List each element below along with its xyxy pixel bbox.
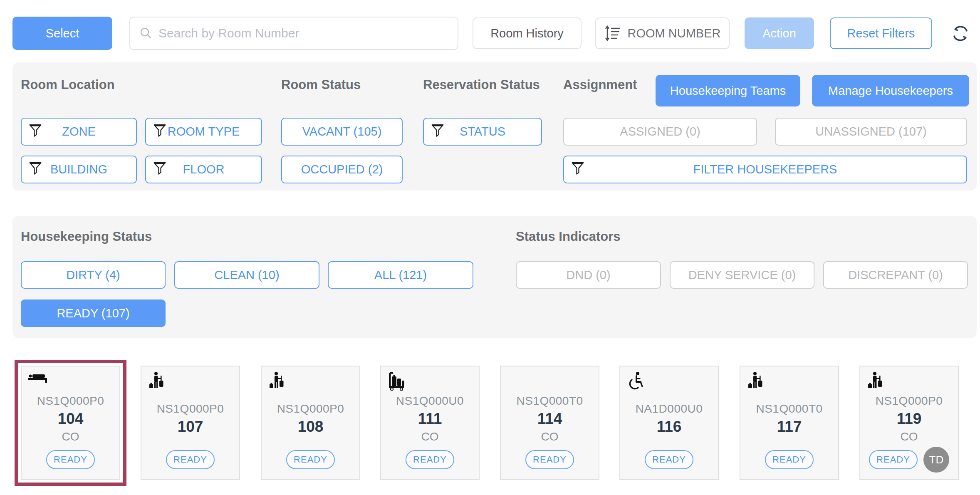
room-card[interactable]: NS1Q000U0 111 CO READY — [380, 366, 480, 480]
status-badge: READY — [166, 450, 215, 469]
status-badge: READY — [765, 450, 814, 469]
status-badge: READY — [869, 450, 918, 469]
search-box[interactable] — [129, 17, 458, 50]
room-number: 108 — [298, 418, 324, 436]
reservation-status-label: CO — [541, 430, 559, 443]
room-card[interactable]: NS1Q000T0 117 READY — [740, 366, 839, 480]
funnel-icon — [153, 161, 166, 178]
room-number: 111 — [418, 410, 442, 428]
dirty-filter-button[interactable]: DIRTY (4) — [21, 261, 166, 289]
room-type-code: NS1Q000U0 — [396, 394, 464, 408]
reservation-status-label: CO — [421, 430, 439, 443]
status-indicators-title: Status Indicators — [516, 229, 621, 244]
room-number: 119 — [897, 410, 922, 428]
room-type-code: NS1Q000T0 — [516, 394, 583, 408]
room-type-code: NA1D000U0 — [636, 402, 703, 416]
funnel-icon — [572, 161, 584, 178]
reservation-status-title: Reservation Status — [423, 77, 540, 92]
vacant-filter-label: VACANT (105) — [302, 125, 382, 139]
room-type-filter-button[interactable]: ROOM TYPE — [145, 118, 262, 146]
discrepant-filter-label: DISCREPANT (0) — [848, 268, 943, 282]
funnel-icon — [431, 123, 444, 141]
status-badge: READY — [286, 450, 335, 469]
room-location-title: Room Location — [21, 77, 115, 92]
housekeeping-teams-button[interactable]: Housekeeping Teams — [656, 75, 800, 106]
assigned-filter-label: ASSIGNED (0) — [620, 125, 700, 139]
status-badge: READY — [406, 450, 454, 469]
search-icon — [139, 27, 153, 40]
room-type-filter-label: ROOM TYPE — [168, 125, 240, 139]
ready-filter-label: READY (107) — [57, 307, 129, 320]
building-filter-label: BUILDING — [50, 163, 107, 176]
room-number: 114 — [537, 410, 562, 428]
room-number: 107 — [178, 418, 203, 436]
floor-filter-label: FLOOR — [183, 163, 225, 176]
room-card[interactable]: NS1Q000P0 119 CO READY TD — [859, 366, 959, 480]
deny-service-filter-label: DENY SERVICE (0) — [688, 268, 796, 282]
housekeeping-panel: Housekeeping Status Status Indicators DI… — [12, 216, 977, 338]
all-filter-button[interactable]: ALL (121) — [328, 261, 473, 289]
dnd-filter-button[interactable]: DND (0) — [516, 261, 661, 289]
deny-service-filter-button[interactable]: DENY SERVICE (0) — [670, 261, 814, 289]
filters-panel: Room Location Room Status Reservation St… — [12, 62, 977, 191]
vacant-filter-button[interactable]: VACANT (105) — [281, 118, 403, 146]
funnel-icon — [153, 123, 166, 141]
room-type-code: NS1Q000P0 — [876, 394, 943, 408]
sort-order-icon — [604, 25, 621, 42]
room-status-title: Room Status — [281, 77, 361, 92]
select-button[interactable]: Select — [12, 17, 112, 50]
reservation-status-label: CO — [901, 430, 918, 443]
filter-housekeepers-label: FILTER HOUSEKEEPERS — [693, 163, 837, 176]
funnel-icon — [29, 161, 42, 178]
zone-filter-label: ZONE — [62, 125, 96, 139]
occupied-filter-button[interactable]: OCCUPIED (2) — [281, 156, 403, 183]
room-number: 116 — [657, 418, 682, 436]
room-type-code: NS1Q000P0 — [37, 394, 104, 408]
all-filter-label: ALL (121) — [374, 268, 427, 282]
zone-filter-button[interactable]: ZONE — [21, 118, 137, 146]
room-history-button[interactable]: Room History — [473, 17, 582, 49]
room-card[interactable]: NA1D000U0 116 READY — [619, 366, 719, 480]
search-input[interactable] — [158, 26, 458, 40]
discrepant-filter-button[interactable]: DISCREPANT (0) — [823, 261, 968, 289]
sort-by-button[interactable]: ROOM NUMBER — [595, 17, 730, 49]
room-card[interactable]: NS1Q000P0 107 READY — [141, 366, 240, 480]
refresh-icon[interactable] — [949, 23, 972, 45]
housekeeper-avatar[interactable]: TD — [923, 447, 949, 473]
assignment-title: Assignment — [563, 77, 637, 92]
unassigned-filter-button[interactable]: UNASSIGNED (107) — [775, 118, 967, 146]
clean-filter-button[interactable]: CLEAN (10) — [174, 261, 319, 289]
sort-by-label: ROOM NUMBER — [628, 27, 721, 40]
occupied-filter-label: OCCUPIED (2) — [301, 163, 383, 176]
clean-filter-label: CLEAN (10) — [214, 268, 279, 282]
floor-filter-button[interactable]: FLOOR — [145, 156, 262, 183]
assigned-filter-button[interactable]: ASSIGNED (0) — [563, 118, 757, 146]
room-type-code: NS1Q000P0 — [277, 402, 344, 416]
room-card[interactable]: NS1Q000P0 104 CO READY — [21, 366, 120, 480]
reset-filters-button[interactable]: Reset Filters — [830, 17, 932, 49]
ready-filter-button[interactable]: READY (107) — [21, 299, 166, 327]
dnd-filter-label: DND (0) — [566, 268, 610, 282]
unassigned-filter-label: UNASSIGNED (107) — [815, 125, 927, 139]
room-type-code: NS1Q000P0 — [157, 402, 224, 416]
room-card[interactable]: NS1Q000T0 114 CO READY — [500, 366, 599, 480]
room-number: 117 — [777, 418, 802, 436]
dirty-filter-label: DIRTY (4) — [66, 268, 120, 282]
reservation-status-filter-button[interactable]: STATUS — [423, 118, 542, 146]
status-badge: READY — [525, 450, 574, 469]
filter-housekeepers-button[interactable]: FILTER HOUSEKEEPERS — [563, 156, 967, 183]
building-filter-button[interactable]: BUILDING — [21, 156, 137, 183]
manage-housekeepers-button[interactable]: Manage Housekeepers — [812, 75, 969, 106]
reservation-status-label: CO — [62, 430, 79, 443]
reservation-status-filter-label: STATUS — [460, 125, 505, 139]
room-number: 104 — [58, 410, 84, 428]
bed-icon — [28, 378, 49, 385]
status-badge: READY — [46, 450, 95, 469]
status-badge: READY — [645, 450, 693, 469]
action-button[interactable]: Action — [745, 17, 814, 49]
room-type-code: NS1Q000T0 — [756, 402, 822, 416]
funnel-icon — [29, 123, 42, 141]
room-card[interactable]: NS1Q000P0 108 READY — [261, 366, 360, 480]
housekeeping-status-title: Housekeeping Status — [21, 229, 152, 244]
